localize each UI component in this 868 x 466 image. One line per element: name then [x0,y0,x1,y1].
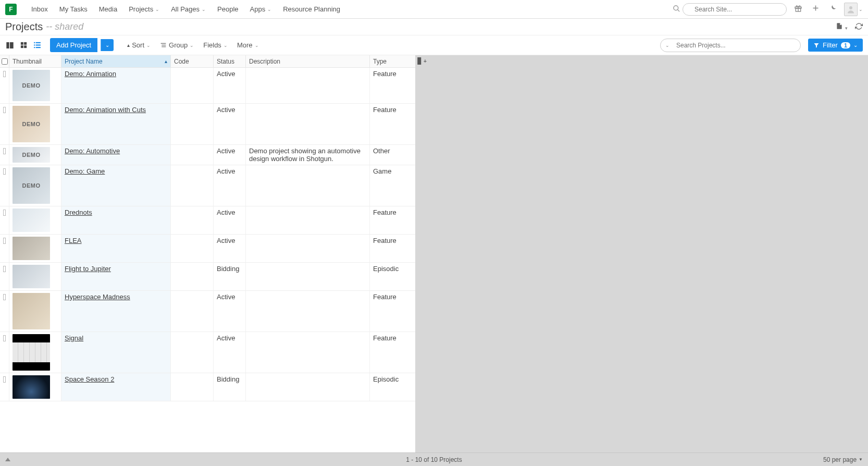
row-handle[interactable] [0,104,9,144]
page-settings-icon[interactable]: ▾ [836,22,848,31]
table-row[interactable]: Demo: GameActiveGame [0,165,415,206]
cell-thumbnail[interactable] [9,373,61,401]
cell-type[interactable]: Feature [370,291,414,332]
project-link[interactable]: Flight to Jupiter [65,265,111,273]
project-link[interactable]: Demo: Animation with Cuts [65,106,146,114]
cell-thumbnail[interactable] [9,145,61,165]
cell-description[interactable]: Demo project showing an automotive desig… [246,145,370,165]
cell-type[interactable]: Feature [370,68,414,103]
cell-code[interactable] [171,68,214,103]
view-mode-list[interactable] [32,41,42,50]
cell-status[interactable]: Active [214,145,246,165]
column-project-name[interactable]: Project Name▴ [61,55,171,67]
column-type[interactable]: Type [370,55,414,67]
add-project-dropdown[interactable]: ⌄ [101,39,114,51]
table-row[interactable]: Space Season 2BiddingEpisodic [0,373,415,401]
gift-icon[interactable] [792,3,804,16]
view-mode-grid[interactable] [19,41,28,50]
cell-project-name[interactable]: Drednots [61,206,171,234]
nav-link-projects[interactable]: Projects⌄ [123,2,165,16]
refresh-icon[interactable] [855,22,863,32]
cell-code[interactable] [171,206,214,234]
row-handle[interactable] [0,165,9,206]
cell-type[interactable]: Episodic [370,263,414,290]
cell-thumbnail[interactable] [9,263,61,290]
cell-code[interactable] [171,235,214,262]
project-link[interactable]: FLEA [65,237,82,244]
cell-status[interactable]: Bidding [214,373,246,401]
moon-icon[interactable] [827,3,839,15]
cell-type[interactable]: Other [370,145,414,165]
project-link[interactable]: Demo: Automotive [65,147,120,155]
cell-status[interactable]: Active [214,68,246,103]
cell-type[interactable]: Game [370,165,414,206]
cell-thumbnail[interactable] [9,332,61,373]
cell-description[interactable] [246,291,370,332]
nav-link-my-tasks[interactable]: My Tasks [54,2,93,16]
project-search-input[interactable] [660,39,801,52]
cell-project-name[interactable]: Space Season 2 [61,373,171,401]
table-row[interactable]: Demo: Animation with CutsActiveFeature [0,104,415,145]
project-link[interactable]: Signal [65,334,83,342]
row-handle[interactable] [0,291,9,332]
fields-menu[interactable]: Fields⌄ [200,39,231,52]
cell-code[interactable] [171,263,214,290]
cell-description[interactable] [246,165,370,206]
cell-type[interactable]: Episodic [370,373,414,401]
table-row[interactable]: Flight to JupiterBiddingEpisodic [0,263,415,291]
more-menu[interactable]: More⌄ [234,39,262,52]
per-page-menu[interactable]: 50 per page▼ [823,456,863,463]
cell-description[interactable] [246,206,370,234]
cell-code[interactable] [171,332,214,373]
column-code[interactable]: Code [171,55,214,67]
project-link[interactable]: Hyperspace Madness [65,293,130,301]
cell-project-name[interactable]: Demo: Game [61,165,171,206]
view-mode-detail[interactable] [5,41,15,50]
sort-menu[interactable]: ▴Sort⌄ [124,39,154,52]
cell-type[interactable]: Feature [370,235,414,262]
row-handle[interactable] [0,206,9,234]
cell-code[interactable] [171,104,214,144]
cell-thumbnail[interactable] [9,235,61,262]
cell-type[interactable]: Feature [370,104,414,144]
cell-type[interactable]: Feature [370,206,414,234]
row-handle[interactable] [0,235,9,262]
column-thumbnail[interactable]: Thumbnail [9,55,61,67]
footer-expand-icon[interactable] [5,458,11,461]
nav-link-resource-planning[interactable]: Resource Planning [278,2,345,16]
cell-project-name[interactable]: FLEA [61,235,171,262]
project-link[interactable]: Drednots [65,209,92,216]
cell-project-name[interactable]: Signal [61,332,171,373]
filter-button[interactable]: Filter 1 ⌄ [808,39,863,52]
cell-description[interactable] [246,68,370,103]
cell-thumbnail[interactable] [9,68,61,103]
cell-status[interactable]: Bidding [214,263,246,290]
site-search-input[interactable] [683,3,787,16]
column-description[interactable]: Description [246,55,370,67]
cell-project-name[interactable]: Demo: Automotive [61,145,171,165]
cell-type[interactable]: Feature [370,332,414,373]
cell-description[interactable] [246,235,370,262]
cell-project-name[interactable]: Demo: Animation with Cuts [61,104,171,144]
nav-link-media[interactable]: Media [94,2,122,16]
user-menu[interactable]: ⌄ [844,3,863,16]
cell-status[interactable]: Active [214,206,246,234]
cell-status[interactable]: Active [214,104,246,144]
project-link[interactable]: Space Season 2 [65,375,114,383]
cell-status[interactable]: Active [214,291,246,332]
cell-description[interactable] [246,373,370,401]
cell-status[interactable]: Active [214,332,246,373]
table-row[interactable]: SignalActiveFeature [0,332,415,373]
cell-code[interactable] [171,165,214,206]
app-logo[interactable]: F [5,4,17,15]
cell-thumbnail[interactable] [9,104,61,144]
table-row[interactable]: Demo: AnimationActiveFeature [0,68,415,104]
nav-link-apps[interactable]: Apps⌄ [245,2,277,16]
cell-code[interactable] [171,145,214,165]
table-row[interactable]: FLEAActiveFeature [0,235,415,263]
project-link[interactable]: Demo: Game [65,167,105,175]
plus-icon[interactable] [810,3,822,15]
table-row[interactable]: Hyperspace MadnessActiveFeature [0,291,415,332]
row-handle[interactable] [0,68,9,103]
cell-code[interactable] [171,291,214,332]
